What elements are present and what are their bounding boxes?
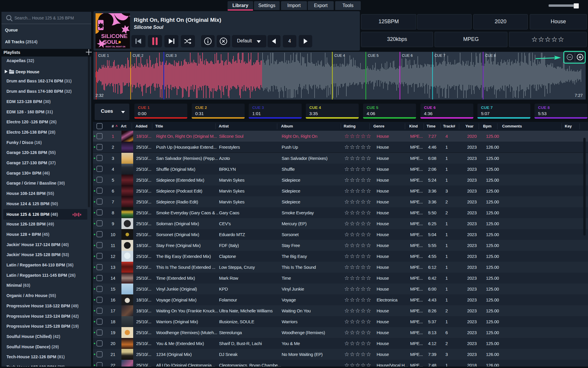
svg-text:CUE 8: CUE 8 (485, 54, 496, 58)
svg-text:CUE 1: CUE 1 (98, 54, 109, 58)
svg-text:CUE 6: CUE 6 (402, 54, 413, 58)
svg-text:CUE 3: CUE 3 (166, 54, 177, 58)
svg-text:CUE 2: CUE 2 (133, 54, 143, 58)
svg-text:CUE 4: CUE 4 (334, 54, 345, 58)
svg-text:RIGHT ON, RIGHT ON: RIGHT ON, RIGHT ON (106, 46, 125, 48)
svg-text:CUE 7: CUE 7 (435, 54, 445, 58)
svg-text:SiLiCONE: SiLiCONE (101, 33, 128, 39)
svg-text:CUE 5: CUE 5 (368, 54, 379, 58)
svg-text:SOUL: SOUL (103, 39, 119, 45)
